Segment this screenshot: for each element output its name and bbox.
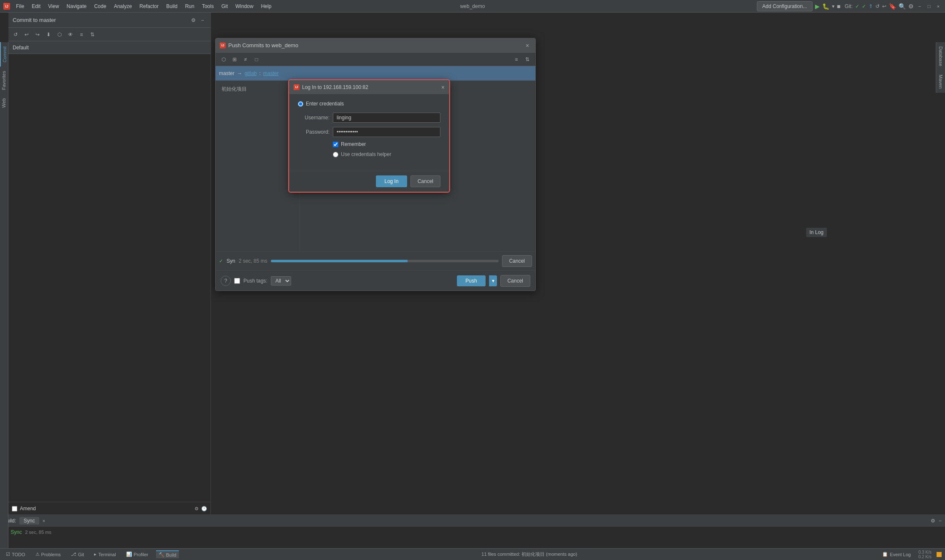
- menu-git[interactable]: Git: [218, 3, 231, 10]
- progress-bar-fill: [271, 260, 408, 262]
- view-icon[interactable]: 👁: [66, 30, 75, 39]
- remember-checkbox[interactable]: [333, 142, 338, 147]
- help-button[interactable]: ?: [221, 276, 231, 286]
- menu-view[interactable]: View: [45, 3, 62, 10]
- menu-edit[interactable]: Edit: [28, 3, 44, 10]
- maximize-button[interactable]: □: [926, 3, 932, 10]
- amend-row: Amend ⚙ 🕐: [12, 506, 207, 512]
- settings-icon[interactable]: ⚙: [908, 3, 914, 10]
- git-sync-icon[interactable]: ⇑: [869, 3, 873, 9]
- bookmark-icon[interactable]: 🔖: [889, 3, 896, 10]
- window-title: web_demo: [460, 3, 485, 9]
- amend-settings-icon[interactable]: ⚙: [194, 506, 199, 512]
- amend-history-icon[interactable]: 🕐: [201, 506, 207, 512]
- database-tab[interactable]: Database: [937, 42, 945, 70]
- push-commits-list: 初始化项目: [216, 81, 300, 251]
- menu-refactor[interactable]: Refactor: [136, 3, 162, 10]
- close-button[interactable]: ×: [935, 3, 942, 10]
- perf-monitor: 0.3 K/s 0.2 K/s: [918, 550, 932, 559]
- menu-window[interactable]: Window: [232, 3, 257, 10]
- profiler-tab[interactable]: 📊 Profiler: [124, 551, 151, 558]
- push-tags-select[interactable]: All: [271, 276, 291, 285]
- push-grid-icon[interactable]: ⊞: [230, 55, 239, 64]
- sync-close-icon[interactable]: ×: [43, 518, 45, 523]
- menu-file[interactable]: File: [13, 3, 27, 10]
- push-dialog-close-button[interactable]: ×: [524, 42, 531, 49]
- branch-to-link[interactable]: master: [263, 70, 279, 76]
- build-settings-icon[interactable]: ⚙: [931, 518, 935, 524]
- problems-tab[interactable]: ⚠ Problems: [33, 551, 63, 558]
- stop-icon[interactable]: ■: [837, 3, 840, 10]
- credentials-helper-radio[interactable]: [333, 152, 338, 157]
- enter-credentials-radio[interactable]: [298, 101, 303, 107]
- menu-navigate[interactable]: Navigate: [63, 3, 90, 10]
- password-input[interactable]: [333, 127, 440, 137]
- tab-favorites[interactable]: Favorites: [0, 67, 8, 94]
- todo-tab[interactable]: ☑ TODO: [3, 551, 28, 558]
- push-dialog-title: Push Commits to web_demo: [228, 42, 524, 48]
- commit-settings-icon[interactable]: ⚙: [189, 16, 197, 24]
- commit-toolbar: ↺ ↩ ↪ ⬇ ⬡ 👁 ≡ ⇅: [8, 28, 211, 41]
- push-diff-icon[interactable]: ≠: [241, 55, 250, 64]
- commit-minimize-icon[interactable]: −: [199, 16, 206, 24]
- login-content: Enter credentials Username: Password: Re…: [289, 94, 449, 171]
- menu-tools[interactable]: Tools: [199, 3, 217, 10]
- menu-run[interactable]: Run: [182, 3, 198, 10]
- tab-web[interactable]: Web: [0, 94, 8, 112]
- push-sort-icon[interactable]: ≡: [512, 55, 521, 64]
- sort-icon[interactable]: ≡: [77, 30, 86, 39]
- git-rollback-icon[interactable]: ↺: [875, 3, 880, 9]
- sync-tab[interactable]: Sync: [19, 517, 39, 525]
- update-icon[interactable]: ⬇: [44, 30, 53, 39]
- diff-icon[interactable]: ⬡: [55, 30, 64, 39]
- push-progress-area: ✓ Syn 2 sec, 85 ms Cancel: [216, 251, 535, 270]
- push-footer-cancel-button[interactable]: Cancel: [500, 275, 530, 287]
- menu-help[interactable]: Help: [258, 3, 275, 10]
- redo-icon[interactable]: ↪: [33, 30, 42, 39]
- push-cancel-button[interactable]: Cancel: [502, 255, 532, 267]
- push-tags-checkbox[interactable]: [234, 278, 240, 284]
- push-view-icon[interactable]: □: [252, 55, 261, 64]
- login-button[interactable]: Log In: [376, 175, 407, 187]
- login-title: Log In to 192.168.159.100:82: [302, 84, 441, 90]
- event-log-tab[interactable]: 📋 Event Log: [880, 551, 913, 558]
- undo-icon[interactable]: ↩: [22, 30, 31, 39]
- amend-label: Amend: [20, 506, 36, 512]
- far-right-tabs: Database Maven: [936, 42, 945, 93]
- commit-item[interactable]: 初始化项目: [219, 84, 296, 94]
- minimize-button[interactable]: −: [916, 3, 923, 10]
- run-icon[interactable]: ▶: [815, 3, 820, 10]
- username-input[interactable]: [333, 113, 440, 123]
- amend-checkbox[interactable]: [12, 506, 17, 512]
- push-collapse-icon[interactable]: ⇅: [523, 55, 532, 64]
- terminal-label: Terminal: [98, 552, 116, 557]
- notification-badge[interactable]: [937, 552, 942, 557]
- refresh-icon[interactable]: ↺: [11, 30, 20, 39]
- maven-tab[interactable]: Maven: [937, 70, 945, 93]
- push-dropdown-button[interactable]: ▾: [489, 275, 497, 286]
- branch-arrow: →: [237, 70, 242, 76]
- terminal-tab[interactable]: ▸ Terminal: [92, 551, 119, 558]
- login-cancel-button[interactable]: Cancel: [410, 175, 440, 187]
- more-run-options-icon[interactable]: ▾: [832, 3, 834, 9]
- build-status-tab[interactable]: 🔨 Build: [156, 550, 179, 558]
- push-button[interactable]: Push: [457, 275, 485, 286]
- search-everywhere-icon[interactable]: 🔍: [899, 3, 906, 10]
- debug-icon[interactable]: 🐛: [822, 3, 829, 10]
- collapse-icon[interactable]: ⇅: [88, 30, 97, 39]
- build-minimize-icon[interactable]: −: [939, 518, 942, 524]
- git-push-icon[interactable]: ✓: [862, 3, 866, 9]
- menu-code[interactable]: Code: [91, 3, 110, 10]
- gitlab-link[interactable]: gitlab: [245, 70, 257, 76]
- git-undo-icon[interactable]: ↩: [882, 3, 886, 9]
- tab-commit[interactable]: Commit: [0, 42, 8, 67]
- login-close-button[interactable]: ×: [441, 84, 445, 91]
- push-expand-icon[interactable]: ⬡: [219, 55, 228, 64]
- progress-text: Syn: [227, 258, 235, 264]
- add-configuration-button[interactable]: Add Configuration...: [757, 1, 813, 11]
- event-log-icon: 📋: [882, 552, 888, 557]
- menu-build[interactable]: Build: [163, 3, 181, 10]
- menu-analyze[interactable]: Analyze: [111, 3, 135, 10]
- git-status-tab[interactable]: ⎇ Git: [68, 551, 86, 558]
- git-check-icon[interactable]: ✓: [855, 3, 859, 9]
